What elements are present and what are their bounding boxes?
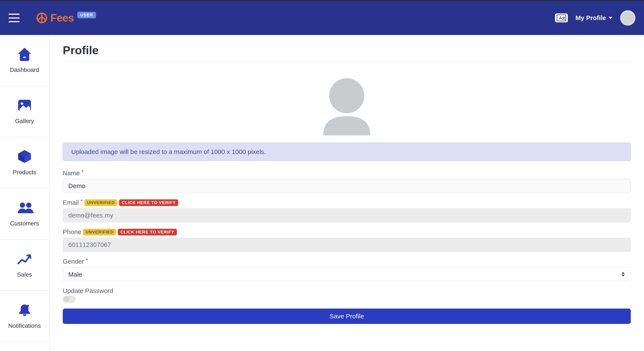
name-input[interactable] xyxy=(63,179,631,193)
brand-logo-text: Fees xyxy=(50,12,74,24)
sidebar-item-label: Dashboard xyxy=(10,66,39,73)
sidebar-item-sales[interactable]: Sales xyxy=(0,240,49,291)
users-icon xyxy=(17,201,32,215)
gender-select[interactable]: Male Female xyxy=(63,267,631,281)
sidebar-item-customers[interactable]: Customers xyxy=(0,189,49,240)
gender-label: Gender xyxy=(63,258,84,265)
bell-icon xyxy=(17,303,32,317)
svg-point-13 xyxy=(27,305,29,307)
sidebar-item-label: Notifications xyxy=(8,323,41,329)
sidebar-item-gallery[interactable]: Gallery xyxy=(0,86,49,137)
gender-select-wrap: Male Female xyxy=(63,267,631,281)
sidebar-item-label: Customers xyxy=(10,220,39,227)
chart-up-icon xyxy=(17,252,32,266)
sidebar: Dashboard Gallery Products Customers Sal… xyxy=(0,35,50,351)
name-label-row: Name * xyxy=(63,170,631,177)
gender-label-row: Gender * xyxy=(63,258,631,265)
phone-label-row: Phone UNVERIFIED CLICK HERE TO VERIFY xyxy=(63,228,631,236)
update-password-toggle[interactable] xyxy=(63,296,76,303)
svg-point-11 xyxy=(20,203,25,208)
svg-rect-5 xyxy=(23,57,26,58)
email-input xyxy=(63,208,631,222)
sidebar-item-products[interactable]: Products xyxy=(0,137,49,189)
app-header: Fees USER A 文 My Profile xyxy=(0,1,644,35)
brand-logo[interactable]: Fees USER xyxy=(36,11,96,24)
menu-toggle-button[interactable] xyxy=(8,14,20,22)
profile-menu-label: My Profile xyxy=(576,14,606,21)
image-icon xyxy=(17,98,32,112)
phone-verify-button[interactable]: CLICK HERE TO VERIFY xyxy=(118,229,177,235)
avatar-placeholder-icon xyxy=(622,12,634,24)
email-label: Email xyxy=(63,199,79,206)
brand-mark-icon xyxy=(36,11,48,24)
required-indicator: * xyxy=(80,198,82,205)
profile-photo-wrap xyxy=(63,70,631,143)
sidebar-item-notifications[interactable]: Notifications xyxy=(0,291,49,342)
language-switch-button[interactable]: A 文 xyxy=(555,13,568,22)
avatar[interactable] xyxy=(620,10,636,25)
user-silhouette-icon xyxy=(319,76,374,136)
phone-unverified-badge: UNVERIFIED xyxy=(83,229,116,235)
phone-input xyxy=(63,238,631,252)
update-password-label: Update Password xyxy=(63,287,113,295)
required-indicator: * xyxy=(82,169,84,175)
page-title: Profile xyxy=(63,43,631,57)
upload-info-banner: Uploaded image will be resized to a maxi… xyxy=(63,143,631,161)
svg-text:A: A xyxy=(559,16,562,20)
chevron-down-icon xyxy=(608,17,612,19)
required-indicator: * xyxy=(86,257,88,264)
phone-label: Phone xyxy=(63,228,81,236)
header-right: A 文 My Profile xyxy=(555,10,636,25)
header-left: Fees USER xyxy=(8,11,96,24)
email-label-row: Email * UNVERIFIED CLICK HERE TO VERIFY xyxy=(63,199,631,206)
save-profile-button[interactable]: Save Profile xyxy=(63,309,631,324)
svg-text:文: 文 xyxy=(562,16,566,20)
sidebar-item-label: Products xyxy=(13,169,36,176)
svg-point-14 xyxy=(329,78,364,113)
main-content: Profile Uploaded image will be resized t… xyxy=(50,35,644,351)
sidebar-item-label: Sales xyxy=(17,271,32,278)
user-role-pill: USER xyxy=(77,12,96,18)
divider xyxy=(63,61,631,62)
profile-photo-upload[interactable] xyxy=(319,76,374,136)
translate-icon: A 文 xyxy=(557,14,566,21)
email-unverified-badge: UNVERIFIED xyxy=(84,199,117,206)
home-icon xyxy=(17,47,32,61)
update-password-label-row: Update Password xyxy=(63,287,631,295)
toggle-knob xyxy=(64,296,69,302)
sidebar-item-label: Gallery xyxy=(15,118,34,124)
svg-point-12 xyxy=(26,203,31,208)
sidebar-item-dashboard[interactable]: Dashboard xyxy=(0,35,49,86)
box-icon xyxy=(17,150,32,163)
svg-point-7 xyxy=(21,102,23,105)
email-verify-button[interactable]: CLICK HERE TO VERIFY xyxy=(119,199,178,206)
profile-menu[interactable]: My Profile xyxy=(576,14,612,21)
name-label: Name xyxy=(63,170,80,177)
